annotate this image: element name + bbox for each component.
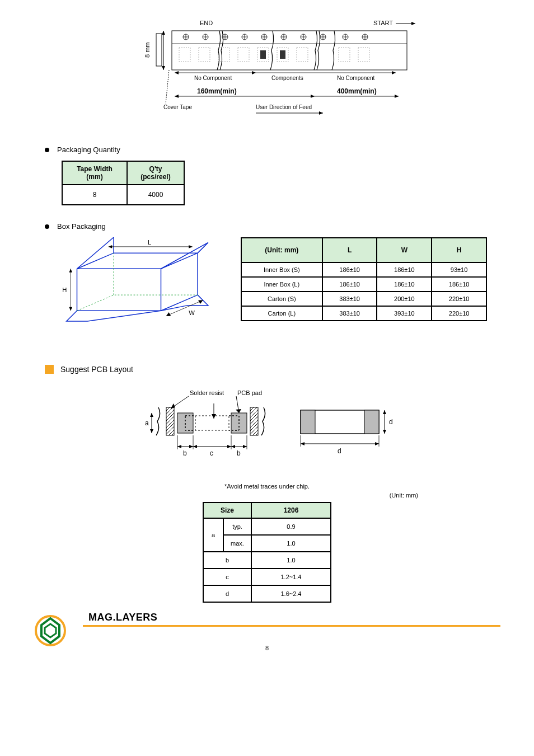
svg-text:W: W [189,309,195,316]
svg-rect-71 [156,34,162,66]
box-table-H: H [432,238,486,262]
svg-rect-85 [250,407,258,435]
box-table: (Unit: mm) L W H Inner Box (S) 186±10 18… [241,237,487,321]
svg-text:END: END [200,20,213,26]
pcb-table-1206: 1206 [251,503,331,518]
pcb-diagram: Solder resist PCB pad a b c b d [34,385,500,469]
packaging-qty-table: Tape Width (mm) Q'ty (pcs/reel) 8 4000 [62,161,185,205]
svg-marker-92 [171,403,175,408]
svg-marker-104 [177,445,181,448]
pcb-note2: (Unit: mm) [390,492,418,499]
svg-text:8 mm: 8 mm [144,43,151,58]
company-name: MAG.LAYERS [88,612,157,623]
box-packaging-heading: Box Packaging [45,222,500,231]
qty-table-h1: Tape Width (mm) [62,161,127,185]
svg-rect-45 [260,50,266,59]
box-packaging-label: Box Packaging [57,222,106,231]
box-table-unit: (Unit: mm) [241,238,322,262]
page-number: 8 [34,645,500,651]
svg-marker-57 [175,71,179,74]
svg-rect-42 [297,48,308,62]
svg-point-130 [36,616,65,645]
svg-marker-108 [231,445,235,448]
pcb-table-size: Size [203,503,251,518]
svg-marker-109 [243,445,247,448]
svg-rect-39 [238,48,249,62]
page-footer: MAG.LAYERS 8 [34,625,500,651]
svg-text:PCB pad: PCB pad [237,389,262,396]
svg-marker-70 [319,111,323,115]
tape-diagram: END START [34,17,500,129]
svg-rect-36 [179,48,190,62]
svg-marker-106 [193,445,197,448]
box-section: L W H (Unit: mm) L W H Inner Box (S) 186… [56,237,500,342]
pcb-layout-heading: Suggest PCB Layout [45,365,500,374]
svg-marker-81 [69,269,72,273]
table-row: b 1.0 [203,552,331,569]
svg-rect-118 [301,410,315,434]
svg-text:No Component: No Component [194,75,232,81]
svg-marker-121 [383,410,386,414]
pcb-diagram-svg: Solder resist PCB pad a b c b d [138,385,396,469]
svg-marker-101 [150,429,153,433]
svg-marker-82 [69,307,72,311]
svg-text:L: L [148,239,151,246]
pcb-title: Suggest PCB Layout [60,365,133,374]
company-logo-icon [34,614,67,649]
svg-text:d: d [389,418,393,426]
svg-rect-46 [280,50,285,59]
svg-rect-44 [358,48,369,62]
svg-text:No Component: No Component [337,75,374,81]
svg-marker-100 [150,413,153,417]
packaging-qty-label: Packaging Quantity [57,145,120,154]
bullet-icon [45,224,49,229]
svg-text:b: b [183,449,187,457]
footer-divider [83,625,500,627]
svg-rect-84 [166,407,174,435]
svg-text:Solder resist: Solder resist [190,389,224,396]
table-row: Carton (L) 383±10 393±10 220±10 [241,306,486,321]
svg-text:Cover Tape: Cover Tape [163,104,192,110]
box-table-L: L [322,238,377,262]
svg-marker-58 [252,71,256,74]
qty-pcs: 4000 [127,185,184,205]
orange-square-icon [45,365,54,374]
table-row: Carton (S) 383±10 200±10 220±10 [241,292,486,306]
svg-text:d: d [338,447,341,455]
svg-text:160mm(min): 160mm(min) [197,87,237,95]
svg-text:c: c [210,449,213,457]
table-row: 8 4000 [62,185,184,205]
svg-line-76 [166,300,203,316]
svg-marker-107 [227,445,231,448]
svg-marker-97 [212,414,216,419]
svg-marker-95 [236,409,241,413]
qty-table-h2: Q'ty (pcs/reel) [127,161,184,185]
box-table-W: W [377,238,432,262]
svg-text:Components: Components [271,75,303,81]
svg-marker-74 [189,245,193,248]
svg-marker-59 [392,71,396,74]
svg-text:H: H [62,287,67,293]
table-row: Inner Box (L) 186±10 186±10 186±10 [241,277,486,292]
svg-marker-65 [311,95,315,98]
pcb-table: Size 1206 a typ. 0.9 max. 1.0 b 1.0 c 1.… [203,502,331,603]
table-row: a typ. 0.9 [203,518,331,535]
table-row: d 1.6~2.4 [203,585,331,602]
svg-marker-3 [411,22,415,25]
svg-marker-73 [109,245,113,248]
svg-rect-119 [364,410,379,434]
svg-rect-37 [199,48,210,62]
svg-marker-66 [395,95,399,98]
svg-text:START: START [373,20,393,26]
bullet-icon [45,148,49,152]
svg-text:400mm(min): 400mm(min) [337,87,377,95]
svg-marker-105 [189,445,193,448]
svg-rect-38 [218,48,229,62]
svg-marker-64 [175,95,179,98]
table-row: c 1.2~1.4 [203,569,331,585]
packaging-qty-heading: Packaging Quantity [45,145,500,154]
qty-width: 8 [62,185,127,205]
svg-rect-43 [339,48,350,62]
svg-marker-48 [162,31,165,35]
tape-diagram-svg: END START [116,17,418,129]
